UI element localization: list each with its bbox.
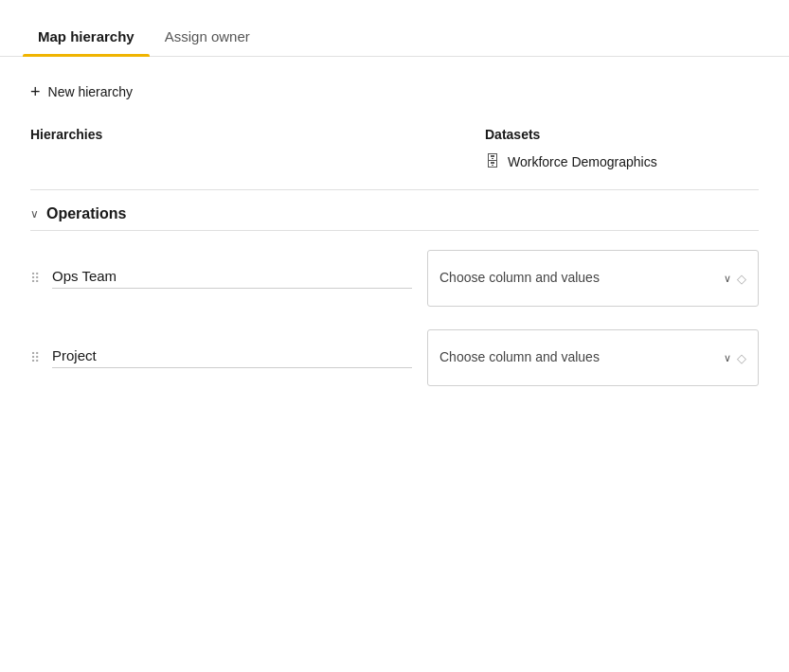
new-hierarchy-label: New hierarchy (48, 84, 133, 99)
dropdown-chevron-icon-2[interactable]: ∨ (724, 352, 731, 364)
choose-column-dropdown-2[interactable]: Choose column and values ∨ ◇ (427, 329, 759, 386)
choose-column-text-2: Choose column and values (439, 348, 600, 367)
hierarchy-rows-container: ⠿ Choose column and values ∨ ◇ ⠿ Choose … (30, 250, 759, 386)
dataset-item: 🗄 Workforce Demographics (485, 150, 657, 174)
new-hierarchy-button[interactable]: + New hierarchy (30, 80, 133, 104)
dataset-name: Workforce Demographics (508, 154, 657, 169)
datasets-column-header: Datasets (485, 127, 759, 142)
section-chevron-icon: ∨ (30, 207, 39, 221)
hierarchy-name-input-1[interactable] (52, 268, 412, 284)
section-title: Operations (46, 205, 126, 222)
dropdown-actions-1: ∨ ◇ (724, 272, 746, 286)
dropdown-actions-2: ∨ ◇ (724, 351, 746, 365)
dropdown-chevron-icon-1[interactable]: ∨ (724, 273, 731, 285)
hierarchy-name-wrapper-1 (52, 268, 412, 289)
choose-column-text-1: Choose column and values (439, 269, 600, 288)
hierarchy-name-input-2[interactable] (52, 347, 412, 363)
columns-header: Hierarchies Datasets (30, 127, 759, 142)
plus-icon: + (30, 83, 41, 100)
dropdown-clear-icon-1[interactable]: ◇ (737, 272, 746, 286)
tab-map-hierarchy[interactable]: Map hierarchy (23, 17, 150, 56)
tab-assign-owner[interactable]: Assign owner (150, 17, 265, 56)
tab-bar: Map hierarchy Assign owner (0, 0, 789, 57)
divider-1 (30, 189, 759, 190)
section-divider (30, 230, 759, 231)
hierarchies-column-header: Hierarchies (30, 127, 485, 142)
table-row: ⠿ Choose column and values ∨ ◇ (30, 250, 759, 307)
dropdown-clear-icon-2[interactable]: ◇ (737, 351, 746, 365)
choose-column-dropdown-1[interactable]: Choose column and values ∨ ◇ (427, 250, 759, 307)
hierarchy-name-wrapper-2 (52, 347, 412, 368)
drag-handle-icon[interactable]: ⠿ (30, 350, 41, 365)
main-content: + New hierarchy Hierarchies Datasets 🗄 W… (0, 57, 789, 432)
section-operations-header[interactable]: ∨ Operations (30, 205, 759, 222)
drag-handle-icon[interactable]: ⠿ (30, 271, 41, 286)
database-icon: 🗄 (485, 153, 500, 170)
table-row: ⠿ Choose column and values ∨ ◇ (30, 329, 759, 386)
